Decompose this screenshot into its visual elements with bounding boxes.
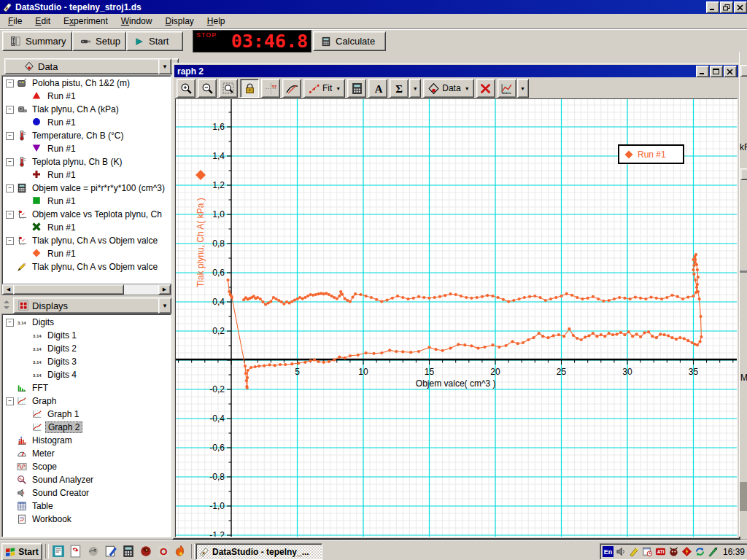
display-item-digits[interactable]: −3.14Digits (2, 316, 171, 329)
tree-expander[interactable]: − (6, 106, 14, 114)
data-run-item[interactable]: Run #1 (2, 247, 171, 260)
zoom-select-button[interactable] (219, 79, 238, 98)
fit-menu-button[interactable]: Fit▼ (303, 79, 345, 98)
data-run-item[interactable]: Run #1 (2, 90, 171, 103)
menu-item-window[interactable]: Window (115, 14, 159, 29)
pen-doc-icon[interactable] (104, 544, 118, 559)
data-source-item[interactable]: −Tlak plynu, Ch A (kPa) (2, 103, 171, 116)
menu-item-help[interactable]: Help (201, 14, 232, 29)
graph-close-button[interactable] (724, 66, 737, 77)
graph-settings-button[interactable] (498, 79, 516, 98)
zoom-out-button[interactable] (198, 79, 217, 98)
calculate-button[interactable] (347, 79, 366, 98)
scheduler-icon[interactable] (641, 546, 653, 558)
yellow-tool-icon[interactable] (628, 546, 640, 558)
text-annotation-button[interactable]: A (368, 79, 387, 98)
graph-minimize-button[interactable] (696, 66, 709, 77)
sync-arrows-icon[interactable] (694, 546, 705, 558)
tree-expander[interactable]: − (6, 211, 14, 219)
display-item-digits-1[interactable]: 3.14Digits 1 (2, 329, 171, 342)
tree-expander[interactable]: − (6, 132, 14, 140)
bird-icon[interactable] (86, 544, 101, 559)
tree-expander[interactable]: − (6, 237, 14, 245)
display-item-graph-1[interactable]: Graph 1 (2, 408, 171, 421)
display-item-meter[interactable]: Meter (2, 447, 171, 460)
graph-title-bar[interactable]: raph 2 (174, 65, 738, 77)
restore-button[interactable] (720, 1, 733, 13)
notepad-icon[interactable] (51, 544, 66, 559)
statistics-button-dropdown[interactable]: ▼ (409, 79, 421, 98)
tree-expander[interactable]: − (6, 79, 14, 88)
calculator-icon[interactable] (121, 544, 136, 559)
volume-icon[interactable] (615, 546, 627, 558)
display-item-sound-analyzer[interactable]: Sound Analyzer (2, 473, 171, 486)
displays-panel-dropdown[interactable]: ▼ (158, 298, 171, 314)
splitter-icon[interactable] (1, 298, 12, 311)
opera-icon[interactable]: O (156, 544, 171, 559)
tree-expander[interactable]: − (6, 319, 14, 327)
display-item-histogram[interactable]: Histogram (2, 434, 171, 447)
data-source-item[interactable]: −Temperature, Ch B (°C) (2, 129, 171, 142)
menu-item-file[interactable]: File (1, 14, 28, 29)
pdf-icon[interactable] (69, 544, 83, 559)
delete-button[interactable] (476, 79, 495, 98)
graph-settings-button-dropdown[interactable]: ▼ (517, 79, 529, 98)
keyboard-layout-indicator[interactable]: En (603, 546, 614, 557)
zoom-in-button[interactable] (177, 79, 196, 98)
minimize-button[interactable] (706, 1, 719, 13)
display-item-table[interactable]: Table (2, 499, 171, 513)
displays-panel-header[interactable]: Displays (13, 298, 164, 314)
display-item-digits-2[interactable]: 3.14Digits 2 (2, 342, 171, 355)
smart-tool-button[interactable]: xy (261, 79, 280, 98)
display-item-digits-3[interactable]: 3.14Digits 3 (2, 355, 171, 368)
start-button[interactable]: Start (1, 543, 42, 560)
data-source-item[interactable]: −Objem valce = pi*r*r*y*100 (cm^3) (2, 182, 171, 195)
plot-area[interactable]: 51015202530351,61,41,21,00,80,60,40,2-0,… (175, 98, 738, 537)
tree-expander[interactable]: − (6, 184, 14, 192)
data-run-item[interactable]: Run #1 (2, 168, 171, 182)
close-button[interactable] (734, 1, 747, 13)
app-devil-icon[interactable] (667, 546, 679, 558)
summary-button[interactable]: Summary (2, 31, 72, 51)
display-item-graph[interactable]: −Graph (2, 394, 171, 408)
menu-item-experiment[interactable]: Experiment (57, 14, 115, 29)
display-item-scope[interactable]: Scope (2, 460, 171, 473)
tree-expander[interactable]: − (6, 158, 14, 166)
display-item-sound-creator[interactable]: Sound Creator (2, 486, 171, 499)
data-source-item[interactable]: −Teplota plynu, Ch B (K) (2, 155, 171, 168)
display-item-graph-2[interactable]: Graph 2 (2, 421, 171, 434)
calculate-button[interactable]: Calculate (313, 31, 386, 51)
data-tree-hscrollbar[interactable]: ◀ ▶ (1, 284, 171, 295)
scale-lock-button[interactable] (240, 79, 259, 98)
data-source-item[interactable]: −Objem valce vs Teplota plynu, Ch (2, 208, 171, 221)
data-source-item[interactable]: Tlak plynu, Ch A vs Objem valce (2, 260, 171, 273)
data-panel-dropdown[interactable]: ▼ (158, 58, 171, 74)
data-panel-header[interactable]: Data (4, 58, 179, 74)
data-run-item[interactable]: Run #1 (2, 221, 171, 234)
graph-maximize-button[interactable] (710, 66, 723, 77)
tree-expander[interactable]: − (6, 397, 14, 405)
start-button[interactable]: Start (126, 31, 183, 51)
scroll-right-arrow[interactable]: ▶ (158, 284, 171, 295)
data-run-item[interactable]: Run #1 (2, 142, 171, 155)
task-button-datastudio[interactable]: DataStudio - tepelny_... (196, 543, 322, 560)
display-item-workbook[interactable]: Workbook (2, 513, 171, 526)
legend[interactable]: Run #1 (618, 144, 684, 164)
ati-icon[interactable]: ATi (654, 546, 666, 558)
dragon-icon[interactable] (139, 544, 153, 559)
scroll-thumb[interactable] (13, 284, 124, 295)
slope-tool-button[interactable] (282, 79, 301, 98)
statistics-button[interactable]: Σ (390, 79, 409, 98)
flame-icon[interactable] (174, 544, 188, 559)
menu-item-display[interactable]: Display (158, 14, 200, 29)
setup-button[interactable]: Setup (72, 31, 126, 51)
data-menu-button[interactable]: Data▼ (423, 79, 473, 98)
display-item-fft[interactable]: FFT (2, 381, 171, 394)
data-source-item[interactable]: −Poloha pistu, Ch 1&2 (m) (2, 77, 171, 90)
menu-item-edit[interactable]: Edit (28, 14, 57, 29)
data-source-item[interactable]: −Tlak plynu, Ch A vs Objem valce (2, 234, 171, 247)
bolt-diamond-icon[interactable] (681, 546, 692, 558)
data-run-item[interactable]: Run #1 (2, 116, 171, 129)
pen-icon[interactable] (707, 546, 719, 558)
data-run-item[interactable]: Run #1 (2, 195, 171, 208)
